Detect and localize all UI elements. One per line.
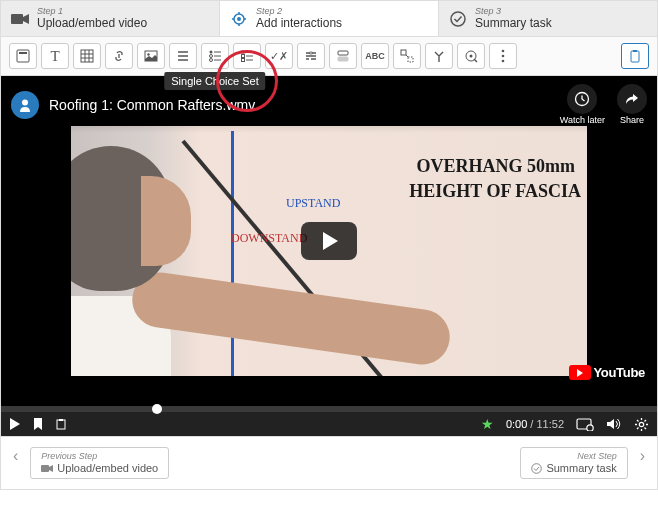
video-icon	[11, 10, 29, 28]
svg-rect-0	[11, 14, 23, 24]
nav-title: Summary task	[531, 462, 616, 474]
svg-point-10	[210, 55, 213, 58]
svg-rect-12	[242, 51, 245, 54]
more-button[interactable]	[489, 43, 517, 69]
svg-point-9	[210, 51, 213, 54]
play-icon	[323, 232, 338, 250]
fill-blanks-button[interactable]	[297, 43, 325, 69]
time-display: 0:00 / 11:52	[506, 418, 564, 430]
video-area: OVERHANG 50mm HEIGHT OF FASCIA UPSTAND D…	[0, 76, 658, 437]
step-title: Upload/embed video	[37, 17, 147, 30]
youtube-logo[interactable]: YouTube	[569, 365, 645, 380]
step-3-tab[interactable]: Step 3 Summary task	[439, 1, 657, 36]
drag-text-button[interactable]	[329, 43, 357, 69]
label-button[interactable]	[9, 43, 37, 69]
youtube-header: Roofing 1: Common Rafters.wmv Watch late…	[1, 76, 657, 133]
prev-step-button[interactable]: Previous Step Upload/embed video	[30, 447, 169, 479]
link-button[interactable]	[105, 43, 133, 69]
nav-hotspot-button[interactable]	[457, 43, 485, 69]
svg-rect-18	[401, 50, 406, 55]
watch-later-button[interactable]: Watch later	[560, 84, 605, 125]
submit-control[interactable]	[55, 417, 67, 431]
quality-control[interactable]	[576, 417, 594, 431]
svg-point-31	[587, 425, 593, 431]
svg-point-22	[502, 50, 505, 53]
volume-control[interactable]	[606, 417, 622, 431]
bookmark-control[interactable]	[33, 417, 43, 431]
bookmark-marker[interactable]	[152, 404, 162, 414]
svg-point-24	[502, 60, 505, 63]
youtube-icon	[569, 365, 591, 380]
svg-rect-13	[242, 55, 245, 58]
nav-label: Next Step	[531, 452, 616, 462]
svg-rect-33	[41, 465, 49, 472]
interact-icon	[230, 10, 248, 28]
step-2-tab[interactable]: Step 2 Add interactions	[220, 1, 439, 36]
crossroads-button[interactable]	[425, 43, 453, 69]
svg-rect-26	[633, 50, 637, 52]
check-circle-icon	[449, 10, 467, 28]
channel-avatar[interactable]	[11, 91, 39, 119]
svg-rect-17	[338, 57, 348, 61]
video-title[interactable]: Roofing 1: Common Rafters.wmv	[49, 97, 550, 113]
svg-point-8	[147, 53, 149, 55]
play-control[interactable]	[9, 417, 21, 431]
svg-point-3	[451, 12, 465, 26]
svg-point-27	[22, 99, 28, 105]
truefalse-button[interactable]: ✓✗	[265, 43, 293, 69]
svg-point-11	[210, 59, 213, 62]
svg-rect-16	[338, 51, 348, 55]
text-button[interactable]: T	[41, 43, 69, 69]
board-overhang: OVERHANG 50mm	[417, 156, 576, 177]
nav-title: Upload/embed video	[41, 462, 158, 474]
multi-choice-button[interactable]	[233, 43, 261, 69]
svg-rect-4	[17, 50, 29, 62]
play-button[interactable]	[301, 222, 357, 260]
svg-point-34	[532, 463, 542, 473]
table-button[interactable]	[73, 43, 101, 69]
statements-button[interactable]	[169, 43, 197, 69]
video-icon	[41, 464, 53, 473]
video-timeline[interactable]	[1, 406, 657, 412]
next-chevron[interactable]: ›	[636, 447, 649, 479]
video-content: OVERHANG 50mm HEIGHT OF FASCIA UPSTAND D…	[1, 76, 657, 406]
check-icon	[531, 463, 542, 474]
prev-chevron[interactable]: ‹	[9, 447, 22, 479]
svg-rect-19	[408, 57, 413, 62]
step-title: Summary task	[475, 17, 552, 30]
step-tabs: Step 1 Upload/embed video Step 2 Add int…	[0, 0, 658, 37]
svg-rect-25	[631, 51, 639, 62]
svg-rect-15	[310, 52, 312, 54]
next-step-button[interactable]: Next Step Summary task	[520, 447, 627, 479]
mark-words-button[interactable]: ABC	[361, 43, 389, 69]
board-upstand: UPSTAND	[286, 196, 340, 211]
tooltip: Single Choice Set	[164, 72, 265, 90]
clock-icon	[567, 84, 597, 114]
svg-rect-14	[242, 59, 245, 62]
single-choice-button[interactable]: Single Choice Set	[201, 43, 229, 69]
nav-footer: ‹ Previous Step Upload/embed video Next …	[0, 437, 658, 490]
svg-point-32	[639, 422, 643, 426]
board-height: HEIGHT OF FASCIA	[409, 181, 581, 202]
image-button[interactable]	[137, 43, 165, 69]
step-title: Add interactions	[256, 17, 342, 30]
star-icon[interactable]: ★	[481, 416, 494, 432]
svg-rect-6	[81, 50, 93, 62]
player-controls: ★ 0:00 / 11:52	[1, 412, 657, 436]
svg-point-21	[470, 55, 473, 58]
paste-button[interactable]	[621, 43, 649, 69]
settings-control[interactable]	[634, 417, 649, 432]
share-icon	[617, 84, 647, 114]
svg-rect-5	[19, 52, 27, 54]
svg-rect-29	[57, 420, 65, 429]
share-button[interactable]: Share	[617, 84, 647, 125]
nav-label: Previous Step	[41, 452, 158, 462]
svg-point-2	[237, 17, 241, 21]
editor-container: Step 1 Upload/embed video Step 2 Add int…	[0, 0, 658, 490]
step-1-tab[interactable]: Step 1 Upload/embed video	[1, 1, 220, 36]
video-frame[interactable]: OVERHANG 50mm HEIGHT OF FASCIA UPSTAND D…	[1, 76, 657, 406]
interaction-toolbar: T Single Choice Set ✓✗ ABC	[0, 37, 658, 76]
drag-drop-button[interactable]	[393, 43, 421, 69]
svg-point-23	[502, 55, 505, 58]
